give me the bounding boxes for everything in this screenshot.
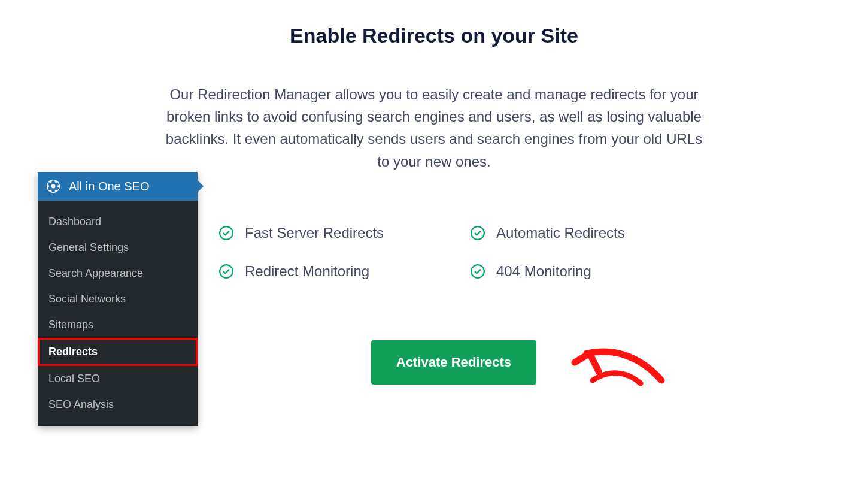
gear-icon <box>46 179 60 193</box>
check-circle-icon <box>218 225 234 241</box>
sidebar-item-general-settings[interactable]: General Settings <box>38 235 198 261</box>
check-circle-icon <box>218 264 234 279</box>
page-title: Enable Redirects on your Site <box>0 24 868 47</box>
sidebar-item-social-networks[interactable]: Social Networks <box>38 286 198 312</box>
feature-label: Fast Server Redirects <box>245 225 384 241</box>
check-circle-icon <box>470 225 485 241</box>
sidebar-item-sitemaps[interactable]: Sitemaps <box>38 312 198 338</box>
feature-label: Automatic Redirects <box>496 225 625 241</box>
page-description: Our Redirection Manager allows you to ea… <box>165 83 703 173</box>
feature-label: 404 Monitoring <box>496 263 591 280</box>
sidebar-item-redirects[interactable]: Redirects <box>38 338 198 366</box>
check-circle-icon <box>470 264 485 279</box>
activate-redirects-button[interactable]: Activate Redirects <box>371 340 536 385</box>
sidebar-header-label: All in One SEO <box>69 180 150 193</box>
arrow-annotation-icon <box>557 323 676 407</box>
features-grid: Fast Server Redirects Automatic Redirect… <box>218 225 721 280</box>
sidebar-item-search-appearance[interactable]: Search Appearance <box>38 261 198 286</box>
feature-404-monitoring: 404 Monitoring <box>470 263 721 280</box>
feature-redirect-monitoring: Redirect Monitoring <box>218 263 470 280</box>
sidebar-header[interactable]: All in One SEO <box>38 172 198 201</box>
sidebar: All in One SEO Dashboard General Setting… <box>38 172 198 426</box>
sidebar-item-local-seo[interactable]: Local SEO <box>38 366 198 392</box>
feature-label: Redirect Monitoring <box>245 263 369 280</box>
sidebar-item-dashboard[interactable]: Dashboard <box>38 209 198 235</box>
feature-fast-server-redirects: Fast Server Redirects <box>218 225 470 241</box>
sidebar-items: Dashboard General Settings Search Appear… <box>38 201 198 426</box>
feature-automatic-redirects: Automatic Redirects <box>470 225 721 241</box>
sidebar-item-seo-analysis[interactable]: SEO Analysis <box>38 392 198 418</box>
